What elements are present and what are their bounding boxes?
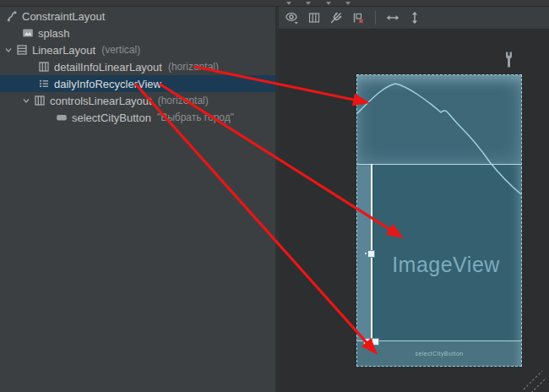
autoconnect-off-icon[interactable] (329, 10, 344, 25)
tree-item-label: controlsLinearLayout (50, 95, 152, 107)
pan-horizontal-icon[interactable] (385, 10, 400, 25)
tree-item-controlslinearlayout[interactable]: controlsLinearLayout (horizontal) (0, 92, 275, 109)
design-surface[interactable]: ImageView selectCityButton (279, 30, 549, 392)
tree-item-constraintlayout[interactable]: ConstraintLayout (0, 8, 275, 24)
cropped-icon-mark (326, 2, 331, 5)
android-studio-layout-editor: ConstraintLayout splash (0, 0, 549, 392)
select-city-button-label: selectCityButton (416, 351, 464, 357)
tree-item-selectcitybutton[interactable]: selectCityButton "Выбрать город" (0, 109, 275, 126)
device-preview[interactable]: ImageView selectCityButton (356, 74, 522, 367)
blueprint-columns-icon[interactable] (307, 10, 322, 25)
chevron-down-icon[interactable] (22, 95, 30, 107)
tree-item-label: selectCityButton (72, 112, 151, 124)
pan-vertical-icon[interactable] (407, 10, 422, 25)
tree-item-label: splash (38, 27, 70, 40)
recycler-view-icon (38, 78, 50, 90)
tree-item-label: LinearLayout (32, 44, 95, 57)
design-editor-panel: ImageView selectCityButton (279, 7, 549, 392)
wrench-icon[interactable] (503, 51, 515, 69)
view-options-icon[interactable] (285, 10, 300, 25)
component-tree-panel: ConstraintLayout splash (0, 7, 275, 392)
cropped-icon-mark (306, 2, 311, 5)
top-toolbar-cropped (0, 0, 549, 7)
tree-item-annotation: (horizontal) (158, 95, 209, 106)
resize-grip[interactable] (522, 368, 549, 392)
tree-item-label: ConstraintLayout (22, 10, 105, 23)
detail-info-section[interactable] (357, 75, 521, 164)
constraint-layout-icon (6, 10, 18, 22)
selection-handle[interactable] (367, 250, 375, 258)
section-boundary-line (357, 164, 521, 165)
chevron-down-icon[interactable] (4, 44, 13, 57)
tree-item-detailinfolinearlayout[interactable]: detailInfoLinearLayout (horizontal) (0, 58, 275, 75)
selection-handle[interactable] (372, 338, 379, 346)
cropped-icon-mark (345, 2, 351, 5)
selection-handle[interactable] (363, 338, 371, 346)
tree-item-splash[interactable]: splash (0, 24, 275, 41)
tree-item-annotation: (horizontal) (168, 61, 219, 73)
tree-item-annotation: "Выбрать город" (157, 112, 234, 123)
clear-all-constraints-icon[interactable] (351, 10, 366, 25)
anchor-dot (365, 253, 367, 254)
toolbar-separator (375, 11, 376, 24)
tree-item-linearlayout[interactable]: LinearLayout (vertical) (0, 41, 275, 58)
linear-layout-horizontal-icon (34, 95, 46, 106)
controls-bar[interactable]: selectCityButton (357, 340, 521, 366)
tree-item-label: dailyInfoRecyclerView (54, 78, 161, 90)
linear-layout-vertical-icon (16, 44, 28, 56)
tree-item-dailyinforecyclerview-selected[interactable]: dailyInfoRecyclerView (0, 75, 275, 92)
tree-item-annotation: (vertical) (101, 44, 140, 56)
imageview-label: ImageView (371, 253, 521, 277)
design-toolbar (279, 7, 549, 30)
cropped-icon-mark (286, 2, 291, 5)
image-icon (22, 27, 34, 39)
tree-item-label: detailInfoLinearLayout (54, 61, 162, 74)
button-icon (56, 112, 68, 123)
linear-layout-horizontal-icon (38, 61, 50, 73)
